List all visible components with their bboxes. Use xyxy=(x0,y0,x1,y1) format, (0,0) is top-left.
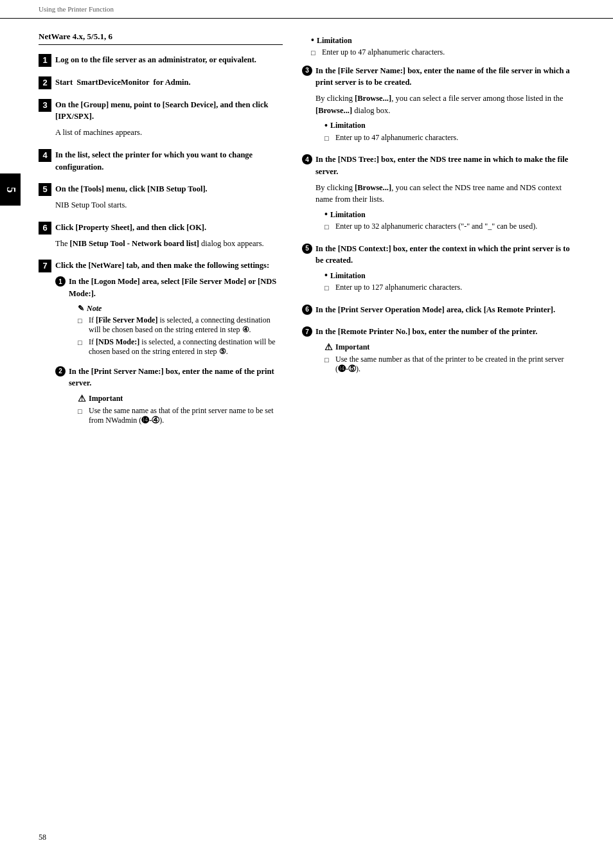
note-item-1: □ If [File Server Mode] is selected, a c… xyxy=(78,315,283,335)
limitation-3: • Limitation □ Enter up to 47 alphanumer… xyxy=(324,121,574,144)
step-6-content: Click [Property Sheet], and then click [… xyxy=(55,222,283,254)
step-4-num: 4 xyxy=(39,149,51,162)
step-7: 7 Click the [NetWare] tab, and then make… xyxy=(39,260,283,434)
page: Using the Printer Function 5 NetWare 4.x… xyxy=(0,0,613,868)
chapter-tab: 5 xyxy=(0,173,21,206)
limitation-header-3: • Limitation xyxy=(324,121,574,131)
step-6: 6 Click [Property Sheet], and then click… xyxy=(39,222,283,254)
limitation-header-4: • Limitation xyxy=(324,209,574,220)
step-6-num: 6 xyxy=(39,222,51,235)
important-item-1-text: Use the same name as that of the print s… xyxy=(89,406,283,425)
header-text: Using the Printer Function xyxy=(39,5,114,13)
limitation-4: • Limitation □ Enter up to 32 alphanumer… xyxy=(324,209,574,233)
step-5: 5 On the [Tools] menu, click [NIB Setup … xyxy=(39,183,283,215)
note-item-2: □ If [NDS Mode:] is selected, a connecti… xyxy=(78,337,283,357)
sub-step-2-important: ⚠ Important □ Use the same name as that … xyxy=(78,393,283,425)
important-label-7: Important xyxy=(335,342,369,352)
important-icon-1: ⚠ xyxy=(78,393,86,404)
limitation-top-text: Enter up to 47 alphanumeric characters. xyxy=(322,48,445,57)
chapter-number: 5 xyxy=(4,187,17,193)
limitation-5: • Limitation □ Enter up to 127 alphanume… xyxy=(324,270,574,294)
step-5-content: On the [Tools] menu, click [NIB Setup To… xyxy=(55,183,283,215)
checkbox-icon-1: □ xyxy=(78,315,85,326)
sub-step-1: 1 In the [Logon Mode] area, select [File… xyxy=(55,276,283,360)
header-bar: Using the Printer Function xyxy=(0,0,613,19)
step-2-num: 2 xyxy=(39,76,51,89)
sub-step-1-num: 1 xyxy=(55,276,66,287)
sub-step-1-content: In the [Logon Mode] area, select [File S… xyxy=(69,276,283,360)
step-4: 4 In the list, select the printer for wh… xyxy=(39,149,283,177)
limitation-top-item: □ Enter up to 47 alphanumeric characters… xyxy=(311,48,574,58)
sub-step-1-note: ✎ Note □ If [File Server Mode] is select… xyxy=(78,304,283,357)
step-5-num: 5 xyxy=(39,183,51,196)
right-sub-step-5-content: In the [NDS Context:] box, enter the con… xyxy=(315,243,574,297)
important-header-1: ⚠ Important xyxy=(78,393,283,404)
right-sub-step-4-content: In the [NDS Tree:] box, enter the NDS tr… xyxy=(315,154,574,236)
right-sub-step-4-num: 4 xyxy=(302,154,312,164)
limitation-4-text: Enter up to 32 alphanumeric characters (… xyxy=(335,222,537,231)
limitation-5-text: Enter up to 127 alphanumeric characters. xyxy=(335,283,462,292)
important-label-1: Important xyxy=(89,394,123,403)
note-pencil-icon: ✎ xyxy=(78,304,84,314)
step-3-content: On the [Group] menu, point to [Search De… xyxy=(55,99,283,143)
limitation-5-item: □ Enter up to 127 alphanumeric character… xyxy=(324,283,574,294)
limitation-icon-5: • xyxy=(324,270,328,281)
important-7-checkbox: □ xyxy=(324,355,332,366)
sub-step-2-num: 2 xyxy=(55,366,66,376)
right-column: • Limitation □ Enter up to 47 alphanumer… xyxy=(302,31,574,441)
page-number: 58 xyxy=(39,833,46,842)
right-sub-step-3-num: 3 xyxy=(302,66,312,76)
important-checkbox-1: □ xyxy=(78,406,85,417)
limitation-label-3: Limitation xyxy=(330,121,366,130)
limitation-4-item: □ Enter up to 32 alphanumeric characters… xyxy=(324,222,574,233)
step-2: 2 Start SmartDeviceMonitor for Admin. xyxy=(39,76,283,93)
right-sub-step-6-num: 6 xyxy=(302,305,312,315)
step-3: 3 On the [Group] menu, point to [Search … xyxy=(39,99,283,143)
limitation-header-top: • Limitation xyxy=(311,35,574,46)
section-title: NetWare 4.x, 5/5.1, 6 xyxy=(39,31,283,45)
limitation-icon-3: • xyxy=(324,121,328,131)
right-sub-step-5: 5 In the [NDS Context:] box, enter the c… xyxy=(302,243,574,297)
checkbox-icon-2: □ xyxy=(78,337,85,348)
important-header-7: ⚠ Important xyxy=(324,342,574,353)
step-2-text: Start SmartDeviceMonitor for Admin. xyxy=(55,76,283,89)
important-7-item: □ Use the same number as that of the pri… xyxy=(324,355,574,374)
left-column: NetWare 4.x, 5/5.1, 6 1 Log on to the fi… xyxy=(39,31,283,441)
right-sub-step-7-content: In the [Remote Printer No.] box, enter t… xyxy=(315,326,574,378)
important-item-1: □ Use the same name as that of the print… xyxy=(78,406,283,425)
limitation-label-5: Limitation xyxy=(330,271,366,281)
limitation-5-checkbox: □ xyxy=(324,283,332,294)
step-4-text: In the list, select the printer for whic… xyxy=(55,149,283,173)
right-sub-step-7: 7 In the [Remote Printer No.] box, enter… xyxy=(302,326,574,378)
note-item-1-text: If [File Server Mode] is selected, a con… xyxy=(89,315,283,335)
sub-step-2: 2 In the [Print Server Name:] box, enter… xyxy=(55,366,283,430)
limitation-label-top: Limitation xyxy=(317,36,352,46)
important-7-text: Use the same number as that of the print… xyxy=(335,355,574,374)
right-sub-step-6-content: In the [Print Server Operation Mode] are… xyxy=(315,304,574,320)
limitation-3-checkbox: □ xyxy=(324,133,332,144)
important-7: ⚠ Important □ Use the same number as tha… xyxy=(324,342,574,374)
right-sub-step-3-content: In the [File Server Name:] box, enter th… xyxy=(315,65,574,148)
limitation-3-text: Enter up to 47 alphanumeric characters. xyxy=(335,133,458,143)
step-1-num: 1 xyxy=(39,54,51,67)
limitation-icon-top: • xyxy=(311,35,314,46)
step-7-content: Click the [NetWare] tab, and then make t… xyxy=(55,260,283,434)
limitation-icon-4: • xyxy=(324,209,328,220)
right-sub-step-4: 4 In the [NDS Tree:] box, enter the NDS … xyxy=(302,154,574,236)
note-label: Note xyxy=(87,304,102,314)
right-sub-step-6: 6 In the [Print Server Operation Mode] a… xyxy=(302,304,574,320)
step-1-text: Log on to the file server as an administ… xyxy=(55,54,283,66)
right-sub-step-5-num: 5 xyxy=(302,244,312,254)
step-1: 1 Log on to the file server as an admini… xyxy=(39,54,283,70)
limitation-top-checkbox: □ xyxy=(311,48,319,58)
limitation-label-4: Limitation xyxy=(330,210,366,220)
step-3-num: 3 xyxy=(39,99,51,112)
note-header: ✎ Note xyxy=(78,304,283,314)
footer: 58 xyxy=(39,833,46,842)
note-item-2-text: If [NDS Mode:] is selected, a connecting… xyxy=(89,337,283,357)
limitation-3-item: □ Enter up to 47 alphanumeric characters… xyxy=(324,133,574,144)
step-7-num: 7 xyxy=(39,260,51,272)
limitation-header-5: • Limitation xyxy=(324,270,574,281)
limitation-4-checkbox: □ xyxy=(324,222,332,233)
limitation-top: • Limitation □ Enter up to 47 alphanumer… xyxy=(311,35,574,58)
